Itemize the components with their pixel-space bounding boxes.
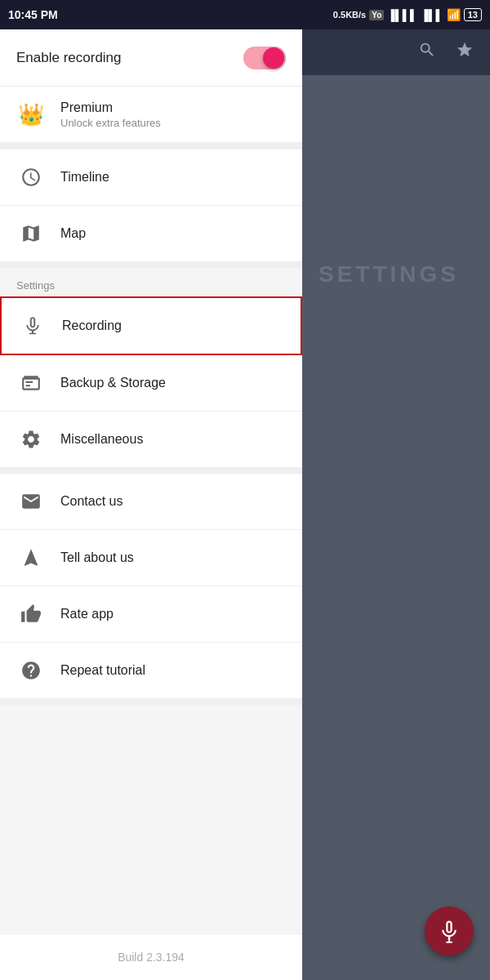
timeline-label: Timeline xyxy=(60,170,109,185)
rate-label: Rate app xyxy=(60,607,114,621)
storage-icon xyxy=(16,368,46,398)
right-overlay xyxy=(302,75,490,980)
toggle-thumb xyxy=(263,47,284,69)
menu-item-tell[interactable]: Tell about us xyxy=(0,530,302,586)
menu-item-backup[interactable]: Backup & Storage xyxy=(0,355,302,412)
settings-bg-text: SETTINGS xyxy=(318,261,459,287)
map-label: Map xyxy=(60,226,86,241)
menu-item-contact[interactable]: Contact us xyxy=(0,474,302,530)
enable-recording-row[interactable]: Enable recording xyxy=(0,29,302,87)
settings-section-label: Settings xyxy=(0,268,302,296)
thumbsup-icon xyxy=(16,599,46,629)
recording-label: Recording xyxy=(62,318,122,333)
carrier-label: Yo xyxy=(369,10,384,20)
clock-icon xyxy=(16,163,46,192)
svg-rect-0 xyxy=(29,333,37,335)
status-icons: 0.5KB/s Yo ▐▌▌▌ ▐▌▌ 📶 13 xyxy=(333,8,482,21)
gear-icon xyxy=(16,425,46,454)
fab-mic-button[interactable] xyxy=(425,906,474,956)
time-display: 10:45 PM xyxy=(8,8,58,21)
battery-icon: 13 xyxy=(464,8,482,21)
enable-recording-toggle[interactable] xyxy=(243,47,286,69)
build-info: Build 2.3.194 xyxy=(0,933,302,980)
star-icon[interactable] xyxy=(456,41,474,64)
divider-3 xyxy=(0,467,302,474)
menu-item-recording[interactable]: Recording xyxy=(0,296,302,355)
speed-indicator: 0.5KB/s xyxy=(333,10,366,20)
share-icon xyxy=(16,543,46,572)
premium-label: Premium xyxy=(60,100,161,115)
search-icon[interactable] xyxy=(418,41,436,64)
menu-item-miscellaneous[interactable]: Miscellaneous xyxy=(0,412,302,467)
tell-label: Tell about us xyxy=(60,550,134,565)
status-bar: 10:45 PM 0.5KB/s Yo ▐▌▌▌ ▐▌▌ 📶 13 xyxy=(0,0,490,29)
backup-label: Backup & Storage xyxy=(60,376,166,390)
divider-4 xyxy=(0,698,302,705)
divider-2 xyxy=(0,261,302,268)
premium-icon: 👑 xyxy=(16,100,46,129)
menu-item-tutorial[interactable]: Repeat tutorial xyxy=(0,643,302,698)
question-icon xyxy=(16,656,46,685)
divider-1 xyxy=(0,143,302,149)
wifi-icon: 📶 xyxy=(447,8,461,21)
menu-item-premium[interactable]: 👑 Premium Unlock extra features xyxy=(0,87,302,143)
map-icon xyxy=(16,219,46,248)
drawer-panel: Enable recording 👑 Premium Unlock extra … xyxy=(0,29,302,980)
envelope-icon xyxy=(16,487,46,516)
signal-icon-2: ▐▌▌ xyxy=(421,9,443,21)
menu-item-timeline[interactable]: Timeline xyxy=(0,149,302,206)
misc-label: Miscellaneous xyxy=(60,432,143,447)
menu-item-map[interactable]: Map xyxy=(0,206,302,261)
tutorial-label: Repeat tutorial xyxy=(60,663,145,678)
menu-item-rate[interactable]: Rate app xyxy=(0,586,302,643)
toggle-label: Enable recording xyxy=(16,50,122,66)
premium-subtext: Unlock extra features xyxy=(60,117,161,129)
contact-label: Contact us xyxy=(60,494,122,509)
mic-icon xyxy=(18,311,47,341)
signal-icon-1: ▐▌▌▌ xyxy=(387,9,417,21)
